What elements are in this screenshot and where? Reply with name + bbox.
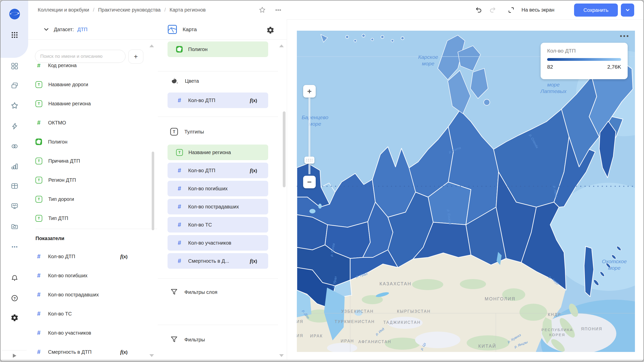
svg-text:T: T [173,130,175,134]
dataset-name-link[interactable]: ДТП [77,27,87,32]
undo-icon[interactable] [473,1,484,19]
field-type-icon: # [35,253,42,260]
favorite-star-icon[interactable] [257,1,268,19]
field-label: Кол-во пострадавших [188,204,239,210]
field-label: Кол-во ДТП [48,254,75,259]
measure-row[interactable]: # Кол-во ТС [28,304,158,323]
country-label: ИЯ [297,319,303,325]
dashboards-icon[interactable] [9,61,20,72]
colors-field-pill[interactable]: # Кол-во ДТП f(x) [168,93,268,108]
zoom-slider-handle[interactable] [304,157,314,164]
zoom-out-button[interactable]: − [303,176,316,188]
measure-row[interactable]: # Кол-во погибших [28,266,158,285]
measure-row[interactable]: # Кол-во участников [28,323,158,342]
rail-divider [2,350,27,350]
formula-badge: f(x) [120,253,128,260]
scroll-up-arrow[interactable] [279,44,284,47]
chart-settings-gear-icon[interactable] [266,26,274,34]
field-type-icon: # [176,97,183,104]
save-dropdown-button[interactable] [621,4,634,17]
colors-section-label: Цвета [185,78,199,84]
tooltip-field-pill[interactable]: # Кол-во погибших [168,181,268,196]
breadcrumb-item[interactable]: Коллекции и воркбуки [38,7,89,13]
scroll-up-arrow[interactable] [149,44,154,47]
bottom-edge [1,360,643,361]
tooltip-field-pill[interactable]: T Название региона [168,145,268,160]
search-input[interactable] [35,50,126,63]
field-type-icon: # [35,119,42,126]
filters-section-header: Фильтры [170,335,205,344]
field-label: Кол-во участников [48,330,91,336]
field-label: Название региона [188,150,231,155]
datalens-logo-icon[interactable] [9,8,20,21]
formula-badge: f(x) [120,349,128,355]
redo-icon[interactable] [487,1,498,19]
field-type-icon: T [35,196,42,203]
dimension-row[interactable]: T Тип дороги [28,190,158,209]
geolayer-field-pill[interactable]: Полигон [168,41,268,57]
formula-badge: f(x) [250,167,257,174]
map-canvas[interactable]: КарскоеморемореЛаптевыхБаренцевомореОхот… [297,31,635,352]
tooltips-section-header: T Тултипы [170,127,204,136]
tooltip-field-pill[interactable]: # Кол-во ТС [168,217,268,233]
fields-scrollbar[interactable] [152,152,154,230]
dimension-row[interactable]: T Название дороги [28,75,158,94]
monitoring-icon[interactable] [9,201,20,212]
tables-icon[interactable] [9,180,20,192]
datasets-join-icon[interactable] [9,141,20,152]
sea-label: Охотскоеморе [602,258,627,272]
measure-row[interactable]: # Кол-во ДТП f(x) [28,247,158,266]
collapse-rail-icon[interactable] [9,351,20,360]
field-type-icon: # [176,221,183,228]
section-divider [158,278,278,279]
dimension-row[interactable]: T Причина ДТП [28,151,158,170]
tooltip-field-pill[interactable]: # Кол-во пострадавших [168,199,268,214]
collections-icon[interactable] [9,80,20,91]
field-type-icon: T [35,81,42,88]
fullscreen-label[interactable]: На весь экран [521,1,554,19]
sea-label: мореЛаптевых [540,81,566,95]
fields-divider [35,229,157,229]
tooltip-field-pill[interactable]: # Кол-во ДТП f(x) [168,163,268,178]
svg-text:?: ? [13,296,16,300]
zoom-in-button[interactable]: + [303,85,316,98]
tooltip-field-pill[interactable]: # Смертность в Д... f(x) [168,253,268,269]
scroll-down-arrow[interactable] [149,354,154,357]
field-label: Причина ДТП [48,158,80,164]
help-icon[interactable]: ? [9,293,20,304]
map-more-icon[interactable] [620,35,628,37]
notifications-icon[interactable] [9,273,20,284]
field-type-icon: T [35,100,42,107]
settings-icon[interactable] [9,312,20,323]
dimension-row[interactable]: T Название региона [28,94,158,113]
field-label: Кол-во ДТП [188,168,215,173]
tooltip-field-pill[interactable]: # Кол-во участников [168,235,268,251]
favorites-icon[interactable] [9,100,20,111]
charts-icon[interactable] [9,161,20,172]
save-button[interactable]: Сохранить [574,4,618,17]
dimension-row[interactable]: # ОКТМО [28,113,158,132]
dimension-row[interactable]: T Регион ДТП [28,170,158,190]
legend-min: 82 [547,64,553,70]
breadcrumb-item[interactable]: Карта регионов [160,7,206,13]
sea-label: Баренцевоморе [302,114,328,127]
dimension-row[interactable]: Полигон [28,132,158,151]
breadcrumb-item[interactable]: Практические руководства [89,7,160,13]
add-field-button[interactable]: + [128,50,143,64]
measure-row[interactable]: # Кол-во пострадавших [28,285,158,304]
chart-type-title: Карта [183,26,197,32]
measure-row[interactable]: # Смертность в ДТП f(x) [28,342,158,361]
more-icon[interactable] [9,241,20,252]
river-label: р. Оленёк [529,133,539,149]
storage-icon[interactable] [9,221,20,232]
dimension-row[interactable]: # Код региона [28,64,158,75]
dataset-panel: Датасет: ДТП + # Код региона T Название … [28,19,158,361]
config-scrollbar[interactable] [283,111,286,187]
quick-charts-icon[interactable] [9,121,20,132]
fullscreen-icon[interactable] [506,1,517,19]
dimension-row[interactable]: T Тип ДТП [28,209,158,228]
breadcrumb-more-icon[interactable] [273,1,284,19]
chevron-down-icon[interactable] [43,26,49,32]
scroll-down-arrow[interactable] [279,354,284,357]
apps-grid-icon[interactable] [9,29,20,40]
